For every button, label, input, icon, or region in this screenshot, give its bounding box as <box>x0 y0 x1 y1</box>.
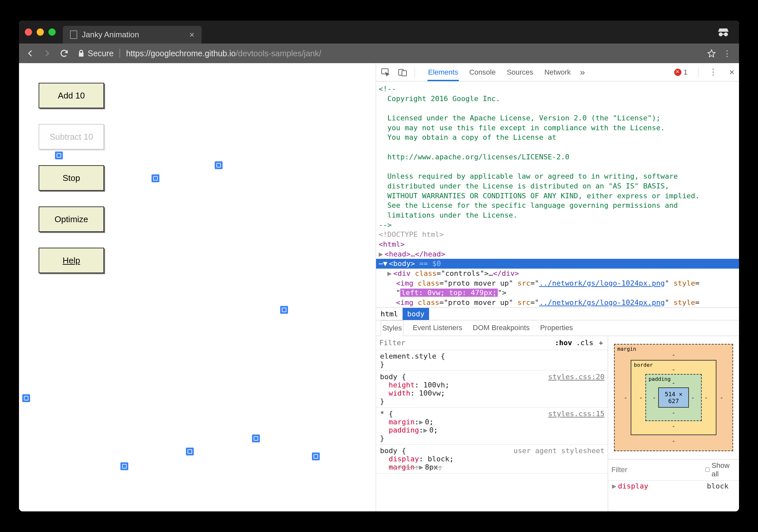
page-viewport: Add 10 Subtract 10 Stop Optimize Help <box>19 63 376 512</box>
comment-line: http://www.apache.org/licenses/LICENSE-2… <box>376 152 739 162</box>
box-model-size: 514 × 627 <box>658 387 689 408</box>
subtab-event-listeners[interactable]: Event Listeners <box>411 320 464 336</box>
svg-rect-0 <box>722 34 725 35</box>
computed-prop[interactable]: ▶display block <box>608 481 739 491</box>
rule-body-ua[interactable]: user agent stylesheet body { display: bl… <box>376 445 608 474</box>
rule-element-style[interactable]: element.style { } <box>376 350 608 371</box>
computed-pane: Show all ▶display block <box>608 459 739 491</box>
comment-line: You may obtain a copy of the License at <box>376 133 739 142</box>
comment-line: distributed under the License is distrib… <box>376 181 739 191</box>
img-style[interactable]: "left: 0vw; top: 479px;"> <box>376 288 739 298</box>
tab-network[interactable]: Network <box>544 63 571 81</box>
browser-window: Janky Animation × Secure https://googlec… <box>19 20 739 512</box>
close-window-icon[interactable] <box>25 28 32 36</box>
mover-icon <box>121 462 128 470</box>
img-node[interactable]: <img class="proto mover up" src="../netw… <box>376 279 739 288</box>
add-button[interactable]: Add 10 <box>39 83 104 108</box>
stop-button[interactable]: Stop <box>39 165 104 191</box>
reload-icon[interactable] <box>57 49 71 58</box>
controls-div[interactable]: ▶<div class="controls">…</div> <box>376 269 739 279</box>
styles-pane: :hov .cls ＋ element.style { } styles.css… <box>376 336 608 512</box>
browser-tab[interactable]: Janky Animation × <box>63 26 202 44</box>
mover-icon <box>186 448 194 455</box>
tab-sources[interactable]: Sources <box>506 63 534 81</box>
crumb-body[interactable]: body <box>402 308 429 320</box>
back-icon[interactable] <box>23 49 37 57</box>
comment-line: limitations under the License. <box>376 210 739 220</box>
body-tag-selected[interactable]: ⋯▼<body> == $0 <box>376 259 739 269</box>
tab-close-icon[interactable]: × <box>190 30 194 40</box>
divider <box>698 67 699 77</box>
error-indicator[interactable]: 1 <box>674 68 687 77</box>
hov-toggle[interactable]: :hov <box>555 339 572 347</box>
mover-icon <box>252 435 260 442</box>
blank <box>376 142 739 152</box>
tab-console[interactable]: Console <box>469 63 497 81</box>
comment-line: Unless required by applicable law or agr… <box>376 171 739 181</box>
comment-line: <!-- <box>376 84 739 94</box>
ua-label: user agent stylesheet <box>513 447 604 455</box>
controls-panel: Add 10 Subtract 10 Stop Optimize Help <box>39 83 104 273</box>
menu-icon[interactable]: ⋮ <box>720 49 735 58</box>
computed-filter-input[interactable] <box>611 466 701 474</box>
img-node[interactable]: <img class="proto mover up" src="../netw… <box>376 298 739 308</box>
mover-icon <box>22 394 30 402</box>
cls-toggle[interactable]: .cls <box>576 339 593 347</box>
doctype: <!DOCTYPE html> <box>376 230 739 240</box>
tab-elements[interactable]: Elements <box>428 63 459 81</box>
source-link[interactable]: styles.css:20 <box>548 373 604 381</box>
blank <box>376 103 739 113</box>
html-tag[interactable]: <html> <box>376 240 739 249</box>
devtools-menu-icon[interactable]: ⋮ <box>709 67 717 77</box>
content-area: Add 10 Subtract 10 Stop Optimize Help <box>19 63 739 512</box>
devtools-close-icon[interactable]: × <box>729 67 735 78</box>
window-controls <box>25 28 56 36</box>
more-tabs-icon[interactable]: » <box>580 67 585 78</box>
minimize-window-icon[interactable] <box>37 28 44 36</box>
devtools-tabs: Elements Console Sources Network <box>428 63 571 81</box>
comment-line: Copyright 2016 Google Inc. <box>376 94 739 104</box>
rule-body[interactable]: styles.css:20 body { height: 100vh; widt… <box>376 371 608 408</box>
maximize-window-icon[interactable] <box>49 28 56 36</box>
comment-line: WITHOUT WARRANTIES OR CONDITIONS OF ANY … <box>376 191 739 201</box>
mover-icon <box>312 452 320 460</box>
mover-icon <box>152 174 159 182</box>
mover-icon <box>55 151 63 159</box>
comment-line: you may not use this file except in comp… <box>376 123 739 133</box>
box-model[interactable]: margin - - border - - padding - - 514 <box>608 336 739 459</box>
security-indicator[interactable]: Secure <box>78 49 114 58</box>
devtools-panel: Elements Console Sources Network » 1 ⋮ ×… <box>376 63 739 512</box>
titlebar: Janky Animation × <box>19 20 739 44</box>
source-link[interactable]: styles.css:15 <box>548 410 604 418</box>
bookmark-icon[interactable] <box>707 49 716 57</box>
mover-icon <box>215 161 223 169</box>
show-all-checkbox[interactable] <box>705 468 709 472</box>
devtools-toolbar: Elements Console Sources Network » 1 ⋮ × <box>376 63 739 82</box>
help-button[interactable]: Help <box>39 248 104 273</box>
dom-tree[interactable]: <!-- Copyright 2016 Google Inc. Licensed… <box>376 82 739 308</box>
styles-area: :hov .cls ＋ element.style { } styles.css… <box>376 336 739 512</box>
rule-universal[interactable]: styles.css:15 * { margin:▶0; padding:▶0;… <box>376 408 608 445</box>
head-tag[interactable]: ▶<head>…</head> <box>376 249 739 259</box>
computed-filter-row: Show all <box>608 459 739 481</box>
optimize-button[interactable]: Optimize <box>39 207 104 232</box>
show-all-toggle[interactable]: Show all <box>705 461 736 478</box>
lock-icon <box>78 50 85 57</box>
mover-icon <box>280 306 288 314</box>
subtab-properties[interactable]: Properties <box>539 320 574 336</box>
url[interactable]: https://googlechrome.github.io/devtools-… <box>126 49 321 58</box>
subtab-dom-breakpoints[interactable]: DOM Breakpoints <box>472 320 531 336</box>
breadcrumb: html body <box>376 308 739 320</box>
svg-rect-3 <box>402 71 406 76</box>
comment-line: Licensed under the Apache License, Versi… <box>376 113 739 123</box>
blank <box>376 162 739 172</box>
subtab-styles[interactable]: Styles <box>381 320 403 336</box>
inspect-icon[interactable] <box>381 68 391 77</box>
device-toggle-icon[interactable] <box>398 68 407 77</box>
crumb-html[interactable]: html <box>376 308 402 320</box>
divider <box>120 49 120 58</box>
new-rule-icon[interactable]: ＋ <box>597 338 604 348</box>
styles-filter-input[interactable] <box>379 339 551 347</box>
page-icon <box>70 30 77 39</box>
error-count: 1 <box>683 68 687 77</box>
